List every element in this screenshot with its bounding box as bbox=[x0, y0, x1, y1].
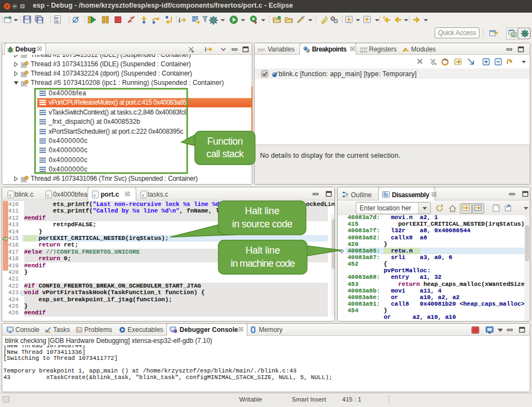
svg-text:0101: 0101 bbox=[360, 50, 367, 53]
svg-text:(x)=: (x)= bbox=[258, 47, 265, 52]
svg-text:c: c bbox=[9, 192, 11, 198]
svg-text:i: i bbox=[178, 16, 181, 24]
svg-text:10: 10 bbox=[55, 20, 59, 24]
svg-text:i: i bbox=[205, 46, 206, 53]
svg-text:c: c bbox=[47, 192, 49, 198]
svg-text:c: c bbox=[94, 192, 96, 198]
svg-text:c: c bbox=[142, 192, 144, 198]
svg-text:C: C bbox=[512, 33, 515, 37]
